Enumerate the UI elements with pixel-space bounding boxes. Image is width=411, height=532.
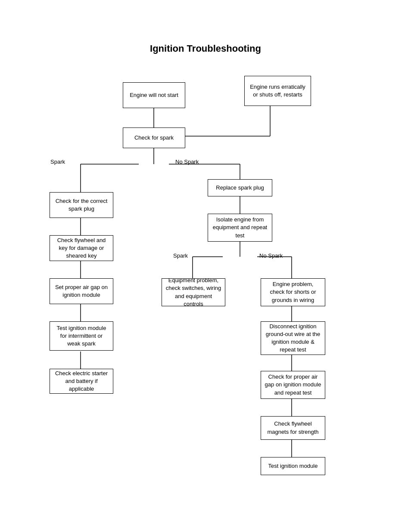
page-title: Ignition Troubleshooting <box>9 43 402 54</box>
box-engine-runs-erratically: Engine runs erratically or shuts off, re… <box>244 76 311 106</box>
box-check-for-spark: Check for spark <box>123 128 185 148</box>
box-check-air-gap-repeat: Check for proper air gap on ignition mod… <box>261 371 325 399</box>
flowchart: Engine will not start Engine runs errati… <box>12 72 399 524</box>
box-check-electric-starter: Check electric starter and battery if ap… <box>50 369 113 394</box>
box-isolate-engine: Isolate engine from equipment and repeat… <box>208 214 272 242</box>
box-test-ignition-module: Test ignition module <box>261 457 325 475</box>
box-check-flywheel-key: Check flywheel and key for damage or she… <box>50 235 113 261</box>
box-engine-problem: Engine problem, check for shorts or grou… <box>261 278 325 306</box>
page: Ignition Troubleshooting <box>0 0 411 532</box>
label-no-spark: No Spark <box>175 159 199 165</box>
label-spark2: Spark <box>173 252 188 259</box>
box-check-correct-spark-plug: Check for the correct spark plug <box>50 192 113 218</box>
box-set-air-gap: Set proper air gap on ignition module <box>50 278 113 304</box>
box-engine-not-start: Engine will not start <box>123 82 185 108</box>
box-test-ignition-module-intermittent: Test ignition module for intermittent or… <box>50 321 113 351</box>
box-replace-spark-plug: Replace spark plug <box>208 179 272 196</box>
label-no-spark2: No Spark <box>259 252 283 259</box>
box-check-flywheel-magnets: Check flywheel magnets for strength <box>261 416 325 440</box>
box-disconnect-ignition: Disconnect ignition ground-out wire at t… <box>261 321 325 355</box>
label-spark: Spark <box>50 159 65 165</box>
box-equipment-problem: Equipment problem, check switches, wirin… <box>162 278 225 306</box>
